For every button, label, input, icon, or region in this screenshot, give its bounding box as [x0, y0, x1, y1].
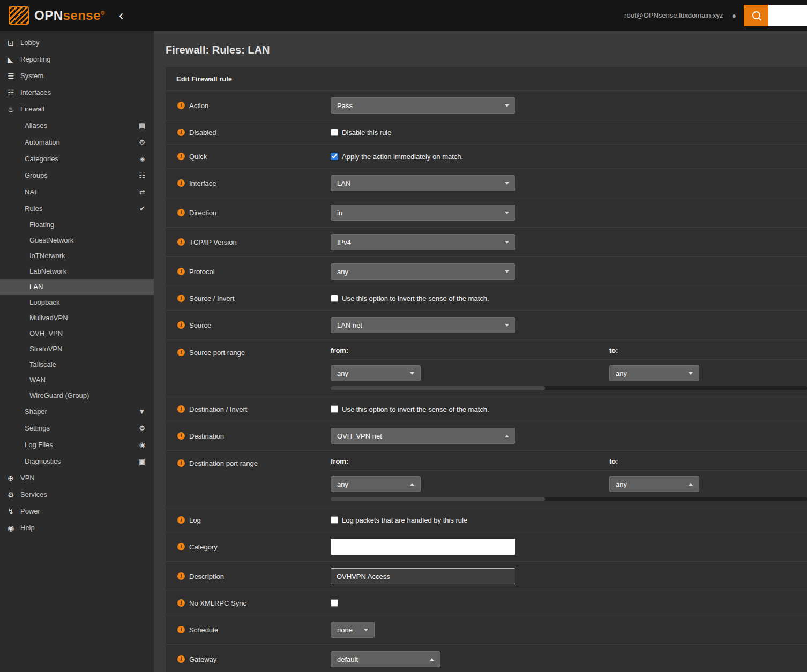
info-icon[interactable]: i — [177, 432, 185, 440]
info-icon[interactable]: i — [177, 459, 185, 467]
status-dot-icon[interactable]: ● — [732, 11, 736, 20]
sidebar-item-power[interactable]: ↯ Power — [0, 503, 154, 519]
destination-select[interactable]: OVH_VPN net — [331, 428, 515, 444]
source-port-to-select[interactable]: any — [609, 365, 699, 381]
info-icon[interactable]: i — [177, 543, 185, 550]
horizontal-scrollbar[interactable] — [331, 386, 807, 390]
from-label: from: — [331, 346, 609, 354]
info-icon[interactable]: i — [177, 599, 185, 607]
sidebar-item-lobby[interactable]: ⊡ Lobby — [0, 34, 154, 51]
no-xmlrpc-sync-checkbox[interactable] — [331, 599, 338, 607]
horizontal-scrollbar[interactable] — [331, 497, 807, 501]
info-icon[interactable]: i — [177, 129, 185, 136]
info-icon[interactable]: i — [177, 321, 185, 329]
destination-port-to-select[interactable]: any — [609, 476, 699, 492]
sidebar-item-mullvadvpn[interactable]: MullvadVPN — [0, 310, 154, 326]
action-select[interactable]: Pass — [331, 97, 515, 114]
info-icon[interactable]: i — [177, 655, 185, 663]
info-icon[interactable]: i — [177, 102, 185, 109]
info-icon[interactable]: i — [177, 572, 185, 580]
source-select[interactable]: LAN net — [331, 317, 515, 333]
sidebar-collapse-icon[interactable]: ‹ — [119, 9, 123, 22]
field-label-text: TCP/IP Version — [189, 238, 237, 246]
info-icon[interactable]: i — [177, 179, 185, 187]
protocol-select[interactable]: any — [331, 263, 515, 280]
sidebar-item-stratovpn[interactable]: StratoVPN — [0, 341, 154, 357]
log-checkbox[interactable] — [331, 516, 338, 524]
source-port-from-select[interactable]: any — [331, 365, 421, 381]
sidebar-item-shaper[interactable]: Shaper ▼ — [0, 403, 154, 420]
source-invert-checkbox[interactable] — [331, 295, 338, 302]
sidebar-item-wireguard-group[interactable]: WireGuard (Group) — [0, 388, 154, 403]
category-input[interactable] — [331, 539, 515, 555]
disabled-checkbox[interactable] — [331, 129, 338, 136]
sidebar-item-groups[interactable]: Groups ☷ — [0, 167, 154, 184]
info-icon[interactable]: i — [177, 209, 185, 216]
info-icon[interactable]: i — [177, 626, 185, 633]
app-root: OPNsense® ‹ root@OPNsense.luxdomain.xyz … — [0, 0, 807, 672]
schedule-select[interactable]: none — [331, 622, 375, 638]
sidebar-item-log-files[interactable]: Log Files ◉ — [0, 436, 154, 453]
destination-port-from-select[interactable]: any — [331, 476, 421, 492]
sidebar-item-nat[interactable]: NAT ⇄ — [0, 184, 154, 200]
info-icon[interactable]: i — [177, 238, 185, 246]
quick-checkbox[interactable] — [331, 153, 338, 160]
sidebar-item-categories[interactable]: Categories ◈ — [0, 150, 154, 167]
interface-select[interactable]: LAN — [331, 175, 515, 191]
info-icon[interactable]: i — [177, 295, 185, 302]
search-button[interactable] — [744, 5, 768, 26]
gateway-select[interactable]: default — [331, 651, 440, 667]
sidebar-item-floating[interactable]: Floating — [0, 217, 154, 232]
sidebar-item-interfaces[interactable]: ☷ Interfaces — [0, 84, 154, 101]
sidebar-item-label: StratoVPN — [29, 345, 145, 353]
sidebar-item-diagnostics[interactable]: Diagnostics ▣ — [0, 453, 154, 470]
sidebar-item-vpn[interactable]: ⊕ VPN — [0, 470, 154, 486]
sidebar-item-firewall[interactable]: ♨ Firewall — [0, 101, 154, 117]
scrollbar-thumb[interactable] — [331, 386, 545, 390]
sidebar-item-ovh-vpn[interactable]: OVH_VPN — [0, 326, 154, 341]
field-label-text: Destination port range — [189, 459, 258, 467]
sidebar-item-services[interactable]: ⚙ Services — [0, 486, 154, 503]
sidebar-item-iotnetwork[interactable]: IoTNetwork — [0, 248, 154, 263]
info-icon[interactable]: i — [177, 268, 185, 275]
info-icon[interactable]: i — [177, 405, 185, 413]
sidebar-item-guestnetwork[interactable]: GuestNetwork — [0, 232, 154, 248]
info-icon[interactable]: i — [177, 153, 185, 160]
sidebar-item-aliases[interactable]: Aliases ▤ — [0, 117, 154, 134]
sidebar-item-loopback[interactable]: Loopback — [0, 295, 154, 310]
info-icon[interactable]: i — [177, 349, 185, 356]
sidebar-item-label: Lobby — [20, 39, 145, 47]
form-row-gateway: i Gateway default — [166, 645, 807, 672]
sidebar-item-automation[interactable]: Automation ⚙ — [0, 134, 154, 150]
select-value: IPv4 — [337, 238, 351, 246]
edit-firewall-rule-panel: Edit Firewall rule i Action Pass — [166, 67, 807, 672]
sidebar-item-labnetwork[interactable]: LabNetwork — [0, 263, 154, 279]
opnsense-logo[interactable]: OPNsense® — [34, 9, 105, 22]
select-value: any — [337, 268, 348, 276]
select-value: any — [616, 480, 627, 488]
sidebar-item-system[interactable]: ☰ System — [0, 67, 154, 84]
opnsense-logo-icon[interactable] — [9, 6, 29, 25]
tcpip-version-select[interactable]: IPv4 — [331, 234, 515, 250]
sidebar-item-label: Help — [20, 524, 145, 532]
sidebar-item-lan[interactable]: LAN — [0, 279, 154, 295]
sidebar-item-wan[interactable]: WAN — [0, 372, 154, 388]
sidebar-item-settings[interactable]: Settings ⚙ — [0, 420, 154, 436]
sidebar-item-tailscale[interactable]: Tailscale — [0, 357, 154, 372]
search-input[interactable] — [768, 5, 807, 26]
description-input[interactable] — [331, 568, 515, 584]
lobby-icon: ⊡ — [8, 39, 20, 47]
sidebar-item-rules[interactable]: Rules ✔ — [0, 200, 154, 217]
sidebar-item-label: MullvadVPN — [29, 314, 145, 322]
gear-icon: ⚙ — [139, 138, 145, 146]
logo-sense: sense — [63, 8, 101, 22]
sidebar-item-reporting[interactable]: ◣ Reporting — [0, 51, 154, 67]
scrollbar-thumb[interactable] — [331, 497, 545, 501]
destination-invert-checkbox[interactable] — [331, 405, 338, 413]
field-label: i Category — [166, 543, 331, 551]
info-icon[interactable]: i — [177, 516, 185, 524]
direction-select[interactable]: in — [331, 205, 515, 221]
field-label-text: No XMLRPC Sync — [189, 599, 246, 607]
sidebar-item-help[interactable]: ◉ Help — [0, 519, 154, 536]
form-row-destination: i Destination OVH_VPN net — [166, 421, 807, 451]
